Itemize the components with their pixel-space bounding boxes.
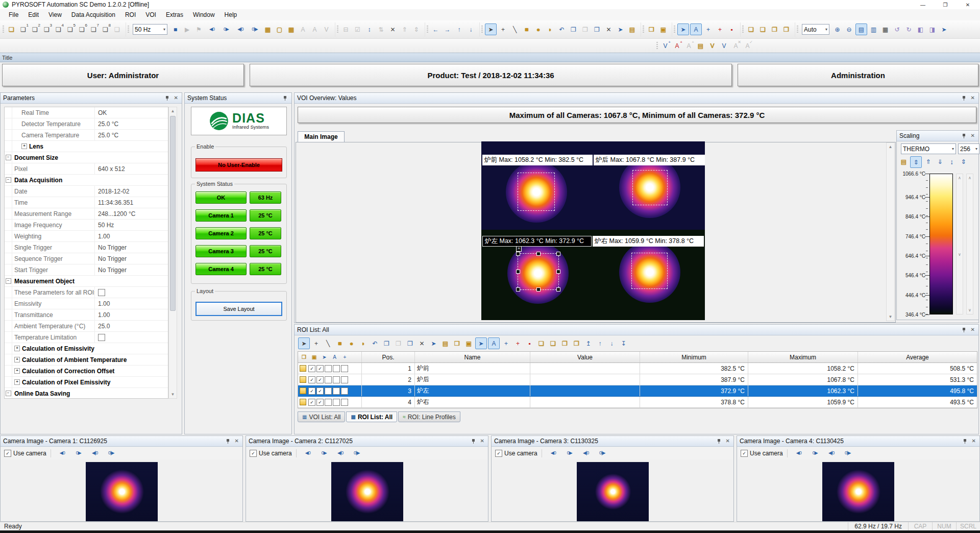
roi-alarm-icon[interactable]: ▪ bbox=[726, 24, 737, 35]
row-height-icon[interactable]: ↕ bbox=[364, 24, 375, 35]
roi-row-checkbox[interactable]: ✓ bbox=[308, 387, 315, 395]
roi-delete-icon[interactable]: ✕ bbox=[416, 338, 427, 349]
cam-next-frame-icon[interactable]: 0|▶ bbox=[596, 448, 609, 458]
cam-first-frame-icon[interactable]: ◀0 bbox=[547, 448, 560, 458]
roi-row-checkbox[interactable] bbox=[325, 399, 332, 406]
parameter-value[interactable] bbox=[95, 287, 168, 298]
parameters-scrollbar[interactable]: ▲ ▼ bbox=[168, 107, 177, 399]
parameter-row[interactable]: −Document Size bbox=[5, 152, 168, 163]
cam-next-frame-icon[interactable]: 0|▶ bbox=[350, 448, 363, 458]
parameter-value[interactable]: 2018-12-02 bbox=[95, 186, 168, 197]
expand-icon[interactable]: + bbox=[21, 143, 27, 149]
save-icon[interactable]: ▣ bbox=[658, 24, 669, 35]
parameter-row[interactable]: Emissivity1.00 bbox=[5, 298, 168, 309]
roi-open-icon[interactable]: ❒ bbox=[452, 338, 462, 349]
roi-temp-label-3[interactable]: 炉左 Max: 1062.3 °C Min: 372.9 °C bbox=[482, 236, 592, 247]
pin-icon[interactable] bbox=[226, 439, 231, 444]
cam-last-frame-icon[interactable]: 0▶ bbox=[808, 448, 822, 458]
scale-expand-icon[interactable]: ↨ bbox=[946, 156, 957, 167]
expand-icon[interactable]: + bbox=[14, 368, 20, 374]
roi-temp-label-1[interactable]: 炉前 Max: 1058.2 °C Min: 382.5 °C bbox=[482, 155, 593, 165]
draw-rect-icon[interactable]: ■ bbox=[521, 24, 532, 35]
cam-first-frame-icon[interactable]: ◀0 bbox=[792, 448, 805, 458]
draw-line-icon[interactable]: ╲ bbox=[509, 24, 520, 35]
roi-row-checkbox[interactable] bbox=[333, 399, 340, 406]
collapse-icon[interactable]: − bbox=[6, 278, 11, 284]
roi-draw-line-icon[interactable]: ╲ bbox=[323, 338, 333, 349]
roi-temp-label-4[interactable]: 炉右 Max: 1059.9 °C Min: 378.8 °C bbox=[593, 236, 704, 247]
parameter-row[interactable]: Measurement Range248...1200 °C bbox=[5, 208, 168, 220]
parameter-row[interactable]: Sequence TriggerNo Trigger bbox=[5, 253, 168, 264]
align-top-icon[interactable]: ⇑ bbox=[399, 24, 410, 35]
product-button[interactable]: Product: Test / 2018-12-02 11:34:36 bbox=[250, 64, 732, 86]
roi-row-checkbox[interactable] bbox=[333, 387, 340, 395]
cam-prev-frame-icon[interactable]: ◀|0 bbox=[334, 448, 347, 458]
roi-move-down-icon[interactable]: ↓ bbox=[606, 338, 617, 349]
spin-up-icon[interactable]: ∧ bbox=[967, 174, 973, 182]
use-camera-checkbox[interactable]: ✓ bbox=[250, 450, 257, 457]
collapse-icon[interactable]: − bbox=[6, 177, 11, 183]
tab-main-image[interactable]: Main Image bbox=[298, 131, 345, 142]
roi-paste-special-icon[interactable]: ❐ bbox=[405, 338, 415, 349]
send-backward-icon[interactable]: ❐ bbox=[781, 24, 792, 35]
fit-width-icon[interactable]: ▤ bbox=[855, 23, 867, 35]
paste-icon[interactable]: ❐ bbox=[580, 24, 591, 35]
close-icon[interactable]: ✕ bbox=[972, 439, 976, 444]
status-pill-camera-4[interactable]: Camera 4 bbox=[195, 263, 247, 275]
roi-col-snap-icon[interactable]: ➤ bbox=[320, 352, 329, 362]
menu-window[interactable]: Window bbox=[188, 10, 219, 20]
parameter-value[interactable]: 25.0 °C bbox=[95, 118, 168, 129]
parameter-row[interactable]: Camera Temperature25.0 °C bbox=[5, 130, 168, 141]
window-preset-4-icon[interactable]: ❏4 bbox=[53, 24, 64, 35]
roi-col-save-icon[interactable]: ▣ bbox=[310, 352, 318, 362]
bring-forward-icon[interactable]: ❐ bbox=[769, 24, 780, 35]
parameter-value[interactable]: 1.00 bbox=[95, 309, 168, 320]
roi-table-row[interactable]: ✓✓2炉后387.9 °C1067.8 °C531.3 °C bbox=[298, 374, 977, 385]
cam-last-frame-icon[interactable]: 0▶ bbox=[563, 448, 576, 458]
pin-icon[interactable] bbox=[962, 133, 967, 139]
roi-pick-icon[interactable]: ➤ bbox=[428, 338, 439, 349]
fit-window-icon[interactable]: ▥ bbox=[868, 24, 879, 35]
cam-last-frame-icon[interactable]: 0▶ bbox=[317, 448, 331, 458]
selection-handle[interactable] bbox=[556, 270, 560, 274]
scale-lower-icon[interactable]: ⇓ bbox=[935, 156, 945, 167]
parameter-value[interactable]: 11:34:36.351 bbox=[95, 197, 168, 208]
play-icon[interactable]: ▶ bbox=[182, 24, 192, 35]
menu-file[interactable]: File bbox=[4, 10, 23, 20]
roi-table-row[interactable]: ✓✓3炉左372.9 °C1062.3 °C495.8 °C bbox=[298, 385, 977, 397]
column-header-maximum[interactable]: Maximum bbox=[748, 352, 858, 362]
roi-row-checkbox[interactable]: ✓ bbox=[308, 376, 315, 383]
parameter-row[interactable]: These Parameters for all ROIs bbox=[5, 287, 168, 298]
stop-icon[interactable]: ■ bbox=[170, 24, 181, 35]
roi-add-alarm-icon[interactable]: + bbox=[715, 24, 725, 35]
close-icon[interactable]: ✕ bbox=[971, 95, 975, 101]
status-pill-ok[interactable]: OK bbox=[195, 191, 247, 204]
roi-row-checkbox[interactable] bbox=[341, 399, 348, 406]
parameter-row[interactable]: +Calculation of Ambient Temperature bbox=[5, 354, 168, 366]
grid-icon[interactable]: ▦ bbox=[880, 24, 891, 35]
use-camera-checkbox[interactable]: ✓ bbox=[741, 450, 748, 457]
status-pill-camera-2[interactable]: Camera 2 bbox=[195, 227, 247, 239]
parameter-row[interactable]: Start TriggerNo Trigger bbox=[5, 264, 168, 276]
scale-min-spinner[interactable]: ∧ ∨ bbox=[966, 174, 973, 314]
collapse-icon[interactable]: − bbox=[6, 155, 11, 160]
expand-icon[interactable]: + bbox=[14, 357, 20, 362]
maximize-button[interactable]: ❐ bbox=[934, 0, 957, 9]
rotate-right-icon[interactable]: ↻ bbox=[903, 24, 914, 35]
pointer-plus-icon[interactable]: ➤ bbox=[939, 24, 949, 35]
column-header-average[interactable]: Average bbox=[858, 352, 977, 362]
seq-first-frame-icon[interactable]: ◀0 bbox=[205, 24, 218, 35]
parameter-value[interactable]: 25.0 °C bbox=[95, 130, 168, 140]
parameter-value[interactable]: No Trigger bbox=[95, 242, 168, 253]
pin-icon[interactable] bbox=[471, 439, 476, 444]
parameter-value[interactable]: 1.00 bbox=[95, 298, 168, 309]
seq-prev-frame-icon[interactable]: ◀|0 bbox=[234, 24, 247, 35]
zoom-select[interactable]: Auto▾ bbox=[802, 24, 829, 35]
cam-next-frame-icon[interactable]: 0|▶ bbox=[841, 448, 854, 458]
roi-temp-label-2[interactable]: 炉后 Max: 1067.8 °C Min: 387.9 °C bbox=[594, 155, 705, 165]
roi-row-checkbox[interactable] bbox=[325, 376, 332, 383]
parameter-row[interactable]: +Lens bbox=[5, 141, 168, 152]
roi-snap-icon[interactable]: ➤ bbox=[677, 23, 689, 35]
voi-open-icon[interactable]: V bbox=[707, 41, 718, 52]
roi-row-checkbox[interactable]: ✓ bbox=[316, 399, 324, 406]
